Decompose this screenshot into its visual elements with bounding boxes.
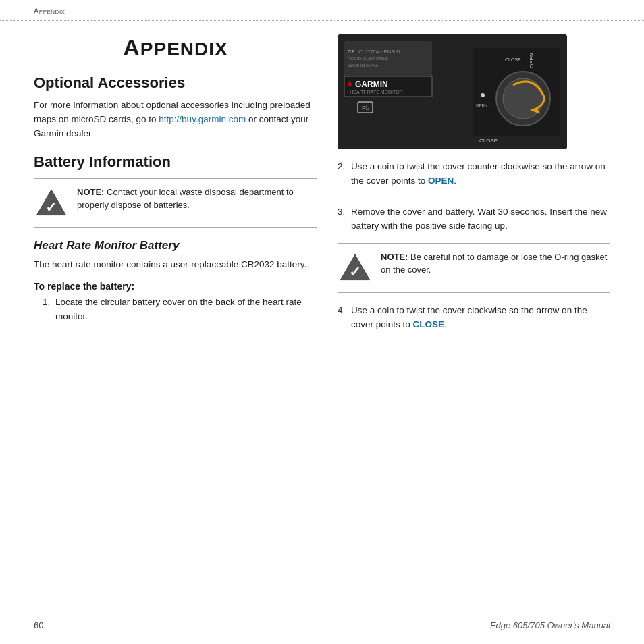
warning-triangle-icon-2: ✓ — [339, 252, 371, 284]
battery-information-heading: Battery Information — [34, 153, 317, 171]
step-4-num: 4. — [338, 304, 345, 318]
step-4: 4. Use a coin to twist the cover clockwi… — [338, 304, 610, 332]
svg-text:CLOSE: CLOSE — [505, 57, 521, 62]
open-keyword: OPEN — [428, 176, 454, 186]
procedure-heading: To replace the battery: — [34, 281, 317, 292]
svg-text:C€: C€ — [348, 49, 355, 55]
right-column: C€ IC: 1770A-HRM3LD FCC ID: CU5HRM3LD MA… — [338, 34, 610, 342]
note-2-text: NOTE: Be careful not to damage or lose t… — [381, 250, 610, 277]
device-svg: C€ IC: 1770A-HRM3LD FCC ID: CU5HRM3LD MA… — [338, 34, 567, 149]
manual-title: Edge 605/705 Owner's Manual — [490, 620, 610, 630]
top-bar: Appendix — [0, 0, 644, 21]
note-icon-1: ✓ — [34, 186, 69, 221]
step-3: 3. Remove the cover and battery. Wait 30… — [338, 205, 610, 234]
note-1-text: NOTE: Contact your local waste disposal … — [77, 186, 317, 212]
battery-information-section: Battery Information ✓ NOTE: Contact your… — [34, 153, 317, 324]
hrm-battery-heading: Heart Rate Monitor Battery — [34, 239, 317, 252]
garmin-link[interactable]: http://buy.garmin.com — [159, 114, 246, 124]
page-number: 60 — [34, 620, 43, 630]
step-1: Locate the circular battery cover on the… — [53, 296, 317, 324]
device-image: C€ IC: 1770A-HRM3LD FCC ID: CU5HRM3LD MA… — [338, 34, 567, 149]
page-title: APPENDIX — [34, 34, 317, 61]
separator-1 — [338, 198, 610, 198]
main-content: APPENDIX Optional Accessories For more i… — [0, 21, 644, 369]
optional-accessories-heading: Optional Accessories — [34, 74, 317, 92]
close-keyword: CLOSE — [413, 319, 445, 329]
left-column: APPENDIX Optional Accessories For more i… — [34, 34, 317, 342]
note-box-2: ✓ NOTE: Be careful not to damage or lose… — [338, 243, 610, 293]
svg-text:GARMIN: GARMIN — [355, 80, 388, 89]
svg-point-22 — [481, 93, 485, 97]
step-3-num: 3. — [338, 205, 345, 219]
svg-text:OPEN: OPEN — [529, 53, 535, 68]
svg-text:✓: ✓ — [349, 263, 361, 279]
footer: 60 Edge 605/705 Owner's Manual — [34, 620, 610, 630]
replace-battery-steps: Locate the circular battery cover on the… — [34, 296, 317, 324]
svg-text:CLOSE: CLOSE — [479, 138, 498, 144]
warning-triangle-icon-1: ✓ — [35, 187, 68, 219]
svg-text:- HEART RATE MONITOR: - HEART RATE MONITOR — [347, 90, 403, 95]
optional-accessories-body: For more information about optional acce… — [34, 99, 317, 141]
breadcrumb: Appendix — [34, 7, 65, 15]
step-2-num: 2. — [338, 160, 345, 174]
step-2: 2. Use a coin to twist the cover counter… — [338, 160, 610, 188]
svg-text:OPEN: OPEN — [476, 103, 487, 107]
hrm-battery-body: The heart rate monitor contains a user-r… — [34, 258, 317, 272]
note-icon-2: ✓ — [338, 250, 373, 286]
svg-text:IC: 1770A-HRM3LD: IC: 1770A-HRM3LD — [358, 49, 400, 54]
note-box-1: ✓ NOTE: Contact your local waste disposa… — [34, 178, 317, 228]
svg-text:✓: ✓ — [45, 198, 57, 214]
svg-text:FCC ID: CU5HRM3LD: FCC ID: CU5HRM3LD — [348, 57, 389, 61]
svg-text:MADE IN CHINA: MADE IN CHINA — [348, 63, 378, 68]
page: Appendix APPENDIX Optional Accessories F… — [0, 0, 644, 644]
svg-text:Pb: Pb — [362, 105, 369, 111]
